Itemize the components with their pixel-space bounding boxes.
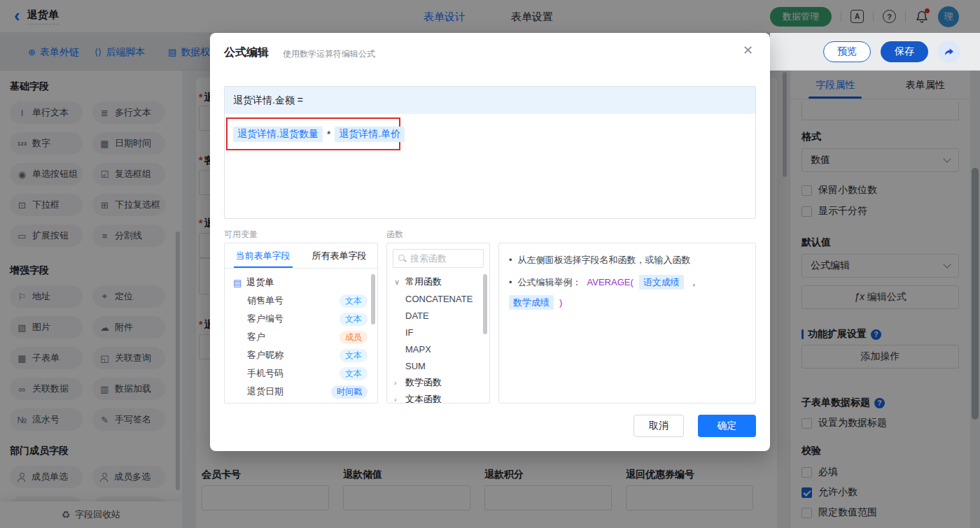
share-button[interactable] [938, 41, 960, 63]
caret-down-icon: ∨ [394, 278, 401, 287]
function-group-text[interactable]: ›文本函数 [387, 391, 489, 404]
example-function: AVERAGE( [587, 276, 634, 289]
functions-scrollbar[interactable] [483, 274, 487, 334]
screen: ‹ 退货单 表单设计 表单设置 数据管理 A ? 理 ⊕表单外链 ⟨⟩后端脚本 … [0, 0, 980, 528]
formula-editor[interactable]: 退货详情.金额 = [224, 86, 756, 219]
type-badge: 成员 [340, 331, 368, 344]
tree-field-customer[interactable]: 客户成员 [225, 328, 377, 346]
type-badge: 文本 [340, 313, 368, 326]
function-search-input[interactable] [410, 253, 478, 264]
search-icon [398, 255, 406, 262]
formula-token-unit-price[interactable]: 退货详情.单价 [335, 127, 405, 142]
form-actions: 预览 保存 [770, 33, 980, 71]
function-if[interactable]: IF [387, 324, 489, 341]
functions-label: 函数 [386, 229, 403, 241]
type-badge: 文本 [340, 294, 368, 308]
share-arrow-icon [944, 46, 955, 57]
bullet: • [509, 253, 512, 266]
tree-field-sales-order[interactable]: 销售单号文本 [225, 292, 377, 310]
type-badge: 文本 [340, 367, 368, 380]
tab-current-form-fields[interactable]: 当前表单字段 [225, 243, 301, 268]
function-concatenate[interactable]: CONCATENATE [387, 290, 489, 307]
tree-field-return-date[interactable]: 退货日期时间戳 [225, 383, 377, 401]
modal-subtitle: 使用数学运算符编辑公式 [283, 48, 375, 60]
variables-label: 可用变量 [224, 229, 258, 241]
function-date[interactable]: DATE [387, 307, 489, 324]
function-group-common[interactable]: ∨常用函数 [387, 273, 489, 290]
tab-all-form-fields[interactable]: 所有表单字段 [301, 243, 377, 268]
function-group-math[interactable]: ›数学函数 [387, 374, 489, 391]
type-badge: 文本 [340, 349, 368, 362]
variables-scrollbar[interactable] [371, 274, 375, 324]
tree-field-customer-nickname[interactable]: 客户昵称文本 [225, 346, 377, 364]
formula-highlight-box: 退货详情.退货数量 * 退货详情.单价 [226, 117, 400, 150]
type-badge: 时间戳 [331, 385, 368, 399]
formula-operator: * [327, 129, 330, 140]
caret-right-icon: › [394, 395, 401, 404]
cancel-button[interactable]: 取消 [634, 415, 684, 437]
formula-token-quantity[interactable]: 退货详情.退货数量 [233, 127, 323, 142]
function-sum[interactable]: SUM [387, 357, 489, 374]
form-doc-icon: ▤ [233, 278, 241, 288]
modal-title: 公式编辑 [224, 45, 269, 60]
example-arg-1: 语文成绩 [639, 275, 684, 290]
help-panel: •从左侧面板选择字段名和函数，或输入函数 • 公式编辑举例： AVERAGE( … [498, 243, 756, 404]
confirm-button[interactable]: 确定 [698, 415, 756, 437]
formula-edit-modal: 公式编辑 使用数学运算符编辑公式 ✕ 退货详情.金额 = 退货详情.退货数量 *… [210, 33, 770, 451]
tree-field-phone[interactable]: 手机号码文本 [225, 364, 377, 383]
formula-target: 退货详情.金额 = [225, 87, 755, 114]
caret-right-icon: › [394, 378, 401, 387]
example-arg-2: 数学成绩 [509, 295, 554, 310]
example-close-paren: ) [559, 296, 562, 309]
variables-panel: 当前表单字段 所有表单字段 ▤退货单 销售单号文本 客户编号文本 客户成员 客户… [224, 243, 378, 404]
functions-panel: ∨常用函数 CONCATENATE DATE IF MAPX SUM ›数学函数… [386, 243, 490, 404]
help-tip-2-prefix: 公式编辑举例： [518, 276, 582, 289]
example-comma: ， [690, 276, 699, 289]
preview-button[interactable]: 预览 [823, 41, 871, 62]
tree-root-form[interactable]: ▤退货单 [225, 273, 377, 292]
bullet: • [509, 276, 512, 289]
save-button[interactable]: 保存 [881, 41, 928, 62]
function-mapx[interactable]: MAPX [387, 341, 489, 357]
tree-field-customer-no[interactable]: 客户编号文本 [225, 310, 377, 328]
help-tip-1: 从左侧面板选择字段名和函数，或输入函数 [518, 253, 691, 266]
close-icon[interactable]: ✕ [743, 44, 753, 57]
function-search[interactable] [393, 249, 484, 268]
